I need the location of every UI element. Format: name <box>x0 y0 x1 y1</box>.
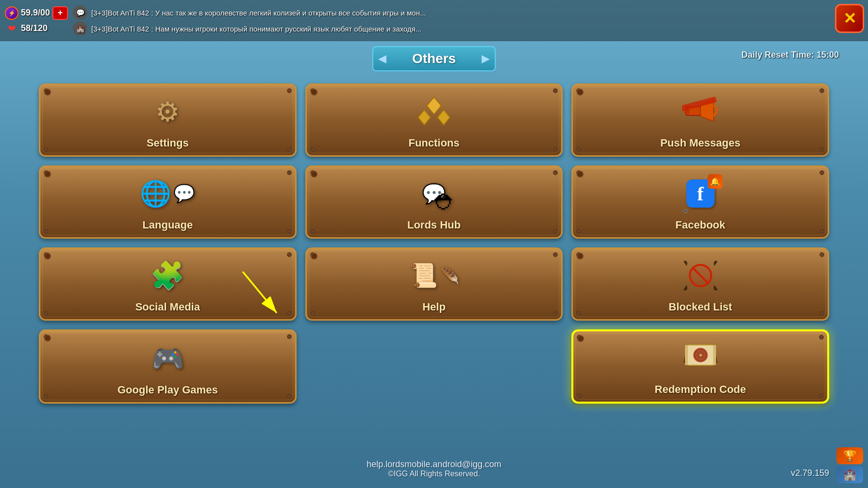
google-play-icon: 🎮 <box>151 343 184 374</box>
facebook-label: Facebook <box>675 219 725 231</box>
screw-bl <box>576 229 581 234</box>
castle-btn[interactable]: 🏰 <box>836 466 863 483</box>
health-value: 58/120 <box>21 23 48 33</box>
close-icon: ✕ <box>843 9 856 28</box>
help-label: Help <box>422 301 446 313</box>
screw-tr <box>553 88 558 93</box>
svg-text:✦: ✦ <box>699 353 703 358</box>
screw-tl <box>44 88 49 93</box>
screw-tr <box>287 88 292 93</box>
redemption-code-button[interactable]: ✦ Redemption Code <box>571 329 829 404</box>
achievement-icon[interactable]: 🏆 <box>836 447 863 464</box>
social-media-button[interactable]: 🧩 Social Media <box>39 247 297 321</box>
energy-icon: ⚡ <box>5 6 18 20</box>
screw-tl <box>44 334 49 339</box>
redemption-code-label: Redemption Code <box>655 383 746 396</box>
screw-br <box>819 229 824 234</box>
chat-text-2: [3+3]Bot AnTi 842 : Нам нужны игроки кот… <box>91 25 421 33</box>
screw-bl <box>44 394 49 399</box>
panel-title: Others <box>412 51 456 66</box>
footer-copyright: ©IGG All Rights Reserved. <box>0 470 868 478</box>
push-messages-label: Push Messages <box>660 137 740 149</box>
lords-hub-label: Lords Hub <box>407 219 461 231</box>
top-bar: ⚡ 59.9/00 + ❤ 58/120 💬 [3+3]Bot AnTi 842… <box>0 0 868 41</box>
screw-tr <box>819 170 824 175</box>
svg-marker-1 <box>418 110 431 125</box>
screw-br <box>287 311 292 316</box>
screw-br <box>287 147 292 152</box>
social-media-label: Social Media <box>135 301 200 313</box>
screw-tr <box>553 170 558 175</box>
screw-tl <box>310 252 315 257</box>
screw-tl <box>310 170 315 175</box>
blocked-list-button[interactable]: Blocked List <box>571 247 829 321</box>
help-icon-area: 📜 🪶 <box>415 256 453 295</box>
screw-bl <box>576 147 581 152</box>
functions-icon-area <box>415 92 453 131</box>
help-button[interactable]: 📜 🪶 Help <box>305 247 563 321</box>
settings-label: Settings <box>147 137 189 149</box>
chat-icon-1: 💬 <box>73 5 87 20</box>
energy-value: 59.9/00 <box>21 8 50 18</box>
google-play-label: Google Play Games <box>117 384 218 396</box>
health-row: ❤ 58/120 <box>5 22 68 35</box>
daily-reset-text: Daily Reset Time: 15:00 <box>741 50 839 60</box>
svg-rect-12 <box>713 345 716 365</box>
add-energy-button[interactable]: + <box>52 6 68 20</box>
lords-hub-button[interactable]: 💬 ⛑ Lords Hub <box>305 165 563 239</box>
screw-tr <box>287 170 292 175</box>
screw-bl <box>576 311 581 316</box>
screw-tr <box>553 252 558 257</box>
footer-email: help.lordsmobile.android@igg.com <box>0 459 868 470</box>
screw-tr <box>819 88 824 93</box>
screw-bl <box>310 311 315 316</box>
title-arrow-left[interactable]: ◀ <box>378 52 386 65</box>
functions-button[interactable]: Functions <box>305 83 563 157</box>
facebook-button[interactable]: f 🔔 Facebook <box>571 165 829 239</box>
screw-br <box>819 147 824 152</box>
helmet-icon: ⛑ <box>434 190 456 214</box>
screw-tl <box>44 170 49 175</box>
chat-row-1: 💬 [3+3]Bot AnTi 842 : У нас так же в кор… <box>73 5 863 20</box>
google-play-icon-area: 🎮 <box>148 339 187 378</box>
screw-tl <box>310 88 315 93</box>
title-background: ◀ Others ▶ <box>372 46 496 71</box>
screw-bl <box>44 229 49 234</box>
facebook-icon-area: f 🔔 <box>681 174 720 213</box>
screw-bl <box>310 229 315 234</box>
screw-bl <box>310 147 315 152</box>
lords-hub-icon-area: 💬 ⛑ <box>415 174 453 213</box>
screw-tl <box>44 252 49 257</box>
functions-icon <box>415 95 453 129</box>
redemption-svg: ✦ <box>681 341 720 375</box>
settings-button[interactable]: ⚙ Settings <box>39 83 297 157</box>
menu-grid: ⚙ Settings Functions <box>29 76 839 411</box>
energy-time: 00 <box>40 8 50 17</box>
close-button[interactable]: ✕ <box>835 4 864 33</box>
title-arrow-right[interactable]: ▶ <box>482 52 490 65</box>
language-button[interactable]: 🌐 💬 Language <box>39 165 297 239</box>
globe-icon: 🌐 <box>140 179 171 209</box>
chat-area: 💬 [3+3]Bot AnTi 842 : У нас так же в кор… <box>73 5 863 36</box>
google-play-button[interactable]: 🎮 Google Play Games <box>39 329 297 404</box>
heart-icon: ❤ <box>5 22 18 35</box>
panel-title-area: ◀ Others ▶ Daily Reset Time: 15:00 <box>29 41 839 74</box>
redemption-code-icon-area: ✦ <box>681 339 720 377</box>
scroll-icon: 📜 <box>409 262 438 289</box>
screw-br <box>287 229 292 234</box>
push-messages-button[interactable]: Push Messages <box>571 83 829 157</box>
fb-dot-indicator <box>684 209 687 213</box>
settings-icon-area: ⚙ <box>148 92 187 131</box>
screw-tr <box>287 334 292 339</box>
gear-icon: ⚙ <box>155 96 180 128</box>
main-panel: ◀ Others ▶ Daily Reset Time: 15:00 ⚙ Set… <box>29 41 839 488</box>
energy-number: 59.9 <box>21 8 38 17</box>
version-text: v2.79.159 <box>791 468 829 478</box>
screw-bl <box>44 311 49 316</box>
redemption-code-icon: ✦ <box>681 341 720 375</box>
stats-area: ⚡ 59.9/00 + ❤ 58/120 <box>5 6 68 35</box>
lords-hub-icon: 💬 ⛑ <box>415 176 453 212</box>
functions-label: Functions <box>408 137 459 149</box>
chat-bubble-icon: 💬 <box>173 183 195 204</box>
shield-icon: 🏆 <box>843 450 856 462</box>
